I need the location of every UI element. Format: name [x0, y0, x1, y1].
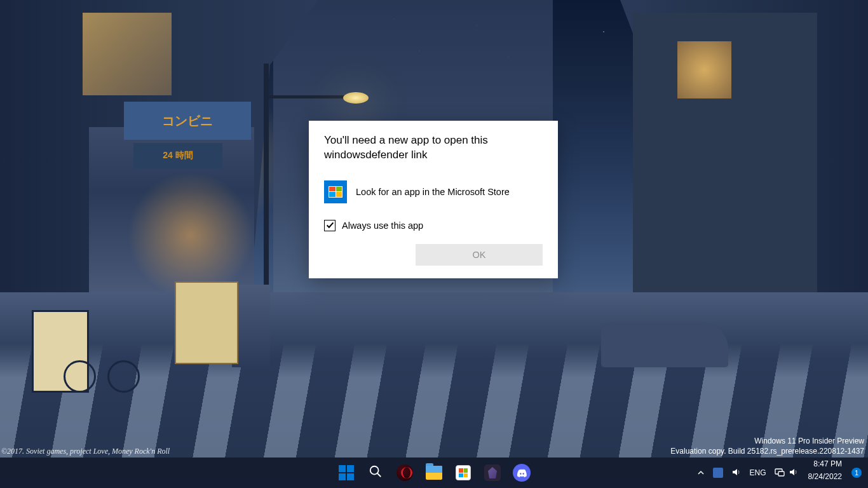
taskbar: ENG 8:47 PM 8/24/2022 1 [0, 458, 868, 488]
svg-point-0 [370, 466, 379, 475]
tray-app-icon [713, 468, 723, 478]
svg-line-1 [377, 473, 381, 477]
ms-store-label: Look for an app in the Microsoft Store [356, 187, 510, 197]
streetlight-arm [266, 95, 348, 98]
taskbar-app-discord[interactable] [509, 460, 534, 485]
opera-icon [397, 464, 413, 481]
poster-ad [175, 281, 238, 364]
parked-car [601, 323, 728, 367]
app-picker-dialog: You'll need a new app to open this windo… [309, 121, 558, 278]
ok-button[interactable]: OK [416, 244, 543, 266]
dialog-title: You'll need a new app to open this windo… [324, 133, 543, 163]
notification-badge[interactable]: 1 [851, 468, 862, 478]
wallpaper-credit: ©2017. Soviet games, project Love, Money… [1, 447, 170, 456]
tray-clock[interactable]: 8:47 PM 8/24/2022 [803, 460, 847, 485]
svg-rect-3 [778, 471, 784, 476]
network-icon [775, 467, 785, 479]
search-icon [369, 464, 383, 481]
tray-overflow-button[interactable] [693, 460, 709, 485]
file-explorer-icon [426, 466, 442, 480]
windows-icon [339, 465, 354, 480]
speaker-icon-2 [789, 467, 799, 479]
system-tray: ENG 8:47 PM 8/24/2022 1 [693, 458, 865, 488]
taskbar-center [334, 460, 534, 485]
watermark-line2: Evaluation copy. Build 25182.rs_prerelea… [670, 446, 864, 456]
tray-background-app[interactable] [709, 460, 727, 485]
language-label: ENG [750, 468, 766, 477]
shop-sign-convenience: コンビニ [124, 102, 251, 140]
always-use-checkbox[interactable] [324, 220, 336, 231]
windows-watermark: Windows 11 Pro Insider Preview Evaluatio… [670, 436, 864, 456]
streetlight-lamp [343, 92, 369, 104]
obsidian-icon [484, 464, 501, 481]
shop-sign-24h: 24 時間 [133, 143, 222, 168]
taskbar-app-file-explorer[interactable] [421, 460, 447, 485]
ms-store-taskbar-icon [456, 465, 471, 480]
bicycle [64, 342, 140, 393]
taskbar-app-opera[interactable] [392, 460, 417, 485]
clock-date: 8/24/2022 [808, 473, 842, 482]
clock-time: 8:47 PM [813, 460, 842, 469]
ms-store-icon [324, 180, 347, 203]
shop-window-glow [83, 13, 172, 95]
watermark-line1: Windows 11 Pro Insider Preview [670, 436, 864, 446]
shop-light-glow [127, 172, 254, 299]
always-use-label: Always use this app [342, 220, 423, 231]
discord-icon [513, 464, 531, 482]
tray-language[interactable]: ENG [746, 460, 770, 485]
always-use-checkbox-row[interactable]: Always use this app [324, 220, 543, 231]
tray-network-sound[interactable] [771, 460, 803, 485]
tray-volume-1[interactable] [728, 460, 745, 485]
right-window-glow [677, 41, 731, 98]
taskbar-app-obsidian[interactable] [480, 460, 505, 485]
taskbar-app-ms-store[interactable] [451, 460, 476, 485]
ms-store-option[interactable]: Look for an app in the Microsoft Store [324, 180, 543, 203]
search-button[interactable] [363, 460, 388, 485]
start-button[interactable] [334, 460, 359, 485]
speaker-icon [731, 467, 742, 479]
